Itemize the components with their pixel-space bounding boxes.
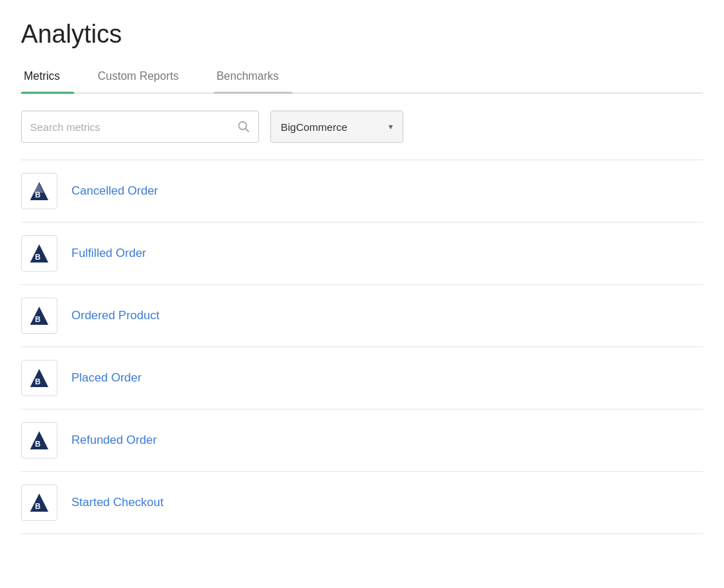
tab-custom-reports[interactable]: Custom Reports xyxy=(95,63,193,92)
metric-label-ordered-product[interactable]: Ordered Product xyxy=(71,309,160,323)
svg-text:B: B xyxy=(35,377,41,386)
metric-label-cancelled-order[interactable]: Cancelled Order xyxy=(71,184,158,198)
metric-label-started-checkout[interactable]: Started Checkout xyxy=(71,496,163,510)
svg-text:B: B xyxy=(35,190,41,199)
tab-benchmarks[interactable]: Benchmarks xyxy=(214,63,293,92)
chevron-down-icon: ▾ xyxy=(389,122,393,132)
metric-icon-started-checkout: B xyxy=(21,484,57,521)
search-box[interactable] xyxy=(21,111,259,143)
tab-metrics[interactable]: Metrics xyxy=(21,63,74,92)
metric-label-fulfilled-order[interactable]: Fulfilled Order xyxy=(71,246,146,260)
metric-label-placed-order[interactable]: Placed Order xyxy=(71,371,141,385)
search-filter-row: BigCommerce ▾ xyxy=(21,111,703,143)
platform-dropdown[interactable]: BigCommerce ▾ xyxy=(270,111,403,143)
list-item[interactable]: B Cancelled Order xyxy=(21,160,703,223)
content-area: BigCommerce ▾ B Cancelled Order B xyxy=(0,94,724,534)
svg-text:B: B xyxy=(35,440,41,448)
svg-text:B: B xyxy=(35,253,41,261)
list-item[interactable]: B Ordered Product xyxy=(21,285,703,347)
search-input[interactable] xyxy=(30,121,237,133)
list-item[interactable]: B Started Checkout xyxy=(21,472,703,534)
page-title: Analytics xyxy=(21,20,703,49)
page-header: Analytics Metrics Custom Reports Benchma… xyxy=(0,0,724,94)
dropdown-selected-label: BigCommerce xyxy=(281,121,383,133)
search-icon xyxy=(237,120,250,133)
list-item[interactable]: B Fulfilled Order xyxy=(21,223,703,285)
svg-text:B: B xyxy=(35,502,41,510)
svg-text:B: B xyxy=(35,315,41,323)
metric-icon-placed-order: B xyxy=(21,360,57,396)
metric-icon-ordered-product: B xyxy=(21,298,57,334)
list-item[interactable]: B Refunded Order xyxy=(21,410,703,472)
metric-icon-cancelled-order: B xyxy=(21,173,57,209)
metric-label-refunded-order[interactable]: Refunded Order xyxy=(71,433,157,447)
svg-line-1 xyxy=(246,129,249,132)
tabs-bar: Metrics Custom Reports Benchmarks xyxy=(21,63,703,94)
metric-icon-fulfilled-order: B xyxy=(21,235,57,272)
metrics-list: B Cancelled Order B Fulfilled Order B xyxy=(21,160,703,534)
list-item[interactable]: B Placed Order xyxy=(21,347,703,410)
metric-icon-refunded-order: B xyxy=(21,422,57,458)
